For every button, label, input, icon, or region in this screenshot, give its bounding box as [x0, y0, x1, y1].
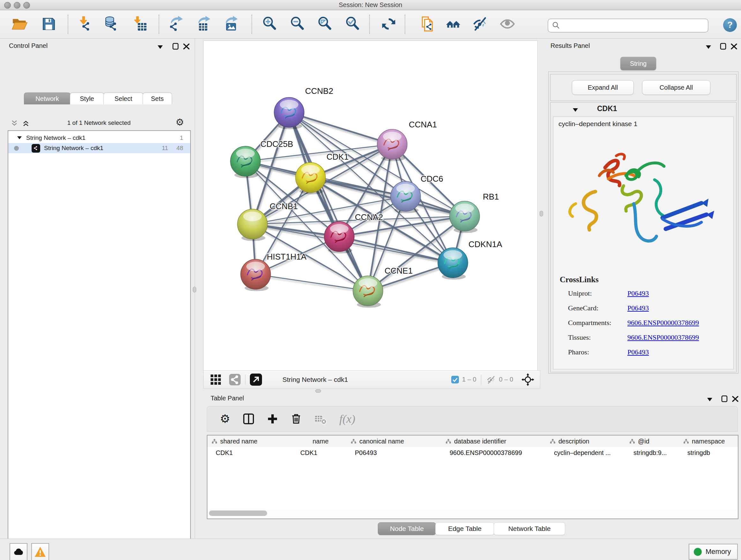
expand-all-button[interactable]: Expand All: [572, 80, 634, 95]
import-table-button[interactable]: [130, 15, 148, 34]
column-header-description[interactable]: description: [546, 435, 625, 447]
show-all-button[interactable]: [498, 15, 517, 34]
collapse-panel-icon[interactable]: [706, 45, 711, 49]
crosslink-tissues-link[interactable]: 9606.ENSP00000378699: [627, 333, 699, 341]
open-session-button[interactable]: [10, 15, 29, 34]
tab-network[interactable]: Network: [24, 92, 71, 105]
crosslink-compartments-link[interactable]: 9606.ENSP00000378699: [627, 319, 699, 327]
tab-network-table[interactable]: Network Table: [494, 522, 565, 535]
left-splitter-handle[interactable]: [193, 287, 196, 293]
network-collection-row[interactable]: String Network – cdk1 1: [8, 133, 190, 143]
network-overview-icon[interactable]: [229, 374, 241, 385]
cell-description[interactable]: cyclin–dependent ...: [546, 447, 625, 458]
node-CDC6[interactable]: CDC6: [391, 174, 443, 213]
node-RB1[interactable]: RB1: [450, 192, 499, 233]
add-column-icon[interactable]: [267, 414, 278, 424]
zoom-out-button[interactable]: [288, 15, 307, 34]
show-columns-icon[interactable]: [243, 413, 254, 425]
fit-content-crosshair-icon[interactable]: [522, 373, 534, 386]
node-CDKN1A[interactable]: CDKN1A: [438, 240, 502, 280]
node-CDC25B[interactable]: CDC25B: [230, 139, 293, 178]
edge-CCNB2-CCNE1[interactable]: [289, 112, 368, 291]
node-CCNE1[interactable]: CCNE1: [353, 266, 413, 308]
float-panel-icon[interactable]: [720, 43, 726, 50]
network-row-selected[interactable]: String Network – cdk1 11 48: [8, 143, 190, 153]
node-label-CCNE1: CCNE1: [385, 266, 413, 275]
export-table-icon: [195, 16, 211, 33]
hide-selected-button[interactable]: [471, 15, 489, 34]
table-settings-gear-icon[interactable]: ⚙: [220, 413, 230, 425]
column-header-@id[interactable]: @id: [625, 435, 679, 447]
collapse-protein-icon[interactable]: [573, 108, 578, 112]
column-header-canonical-name[interactable]: canonical name: [347, 435, 442, 447]
tab-string[interactable]: String: [620, 57, 656, 70]
open-in-window-icon[interactable]: [250, 374, 262, 386]
collapse-panel-icon[interactable]: [707, 398, 712, 401]
close-panel-icon[interactable]: [183, 43, 190, 50]
close-panel-icon[interactable]: [731, 43, 737, 50]
cloud-status-button[interactable]: [10, 543, 27, 560]
import-network-button[interactable]: [75, 15, 94, 34]
bottom-splitter-handle[interactable]: [315, 389, 321, 393]
import-network-icon: [77, 16, 92, 33]
memory-button[interactable]: Memory: [689, 544, 738, 560]
collapse-all-tree-icon[interactable]: [11, 120, 18, 126]
edge-CCNA2-CDKN1A[interactable]: [339, 237, 453, 263]
edge-CCNB2-CCNA1[interactable]: [289, 112, 392, 144]
collapse-panel-icon[interactable]: [158, 45, 163, 49]
scrollbar-thumb[interactable]: [209, 510, 267, 516]
column-header-namespace[interactable]: namespace: [679, 435, 738, 447]
tab-style[interactable]: Style: [70, 92, 104, 105]
save-session-button[interactable]: [40, 15, 58, 34]
network-options-gear-icon[interactable]: ⚙: [176, 118, 184, 127]
cell-name[interactable]: CDK1: [294, 447, 347, 458]
node-table[interactable]: shared nameCDK1nameCDK1canonical nameP06…: [207, 435, 738, 519]
search-text-field[interactable]: [563, 22, 708, 29]
open-location-button[interactable]: [444, 15, 462, 34]
search-input[interactable]: [548, 18, 709, 33]
node-CCNA1[interactable]: CCNA1: [377, 120, 437, 161]
column-header-shared-name[interactable]: shared name: [207, 435, 295, 447]
warnings-button[interactable]: [31, 543, 49, 560]
tab-sets[interactable]: Sets: [143, 92, 172, 105]
zoom-selected-button[interactable]: [343, 15, 362, 34]
right-splitter-handle[interactable]: [540, 211, 543, 216]
hide-selected-icon: [472, 16, 488, 33]
grid-view-icon[interactable]: [211, 374, 221, 385]
node-HIST1H1A[interactable]: HIST1H1A: [241, 252, 307, 291]
crosslink-uniprot-link[interactable]: P06493: [627, 289, 649, 298]
crosslink-pharos-link[interactable]: P06493: [627, 348, 649, 356]
tab-edge-table[interactable]: Edge Table: [435, 522, 494, 535]
tab-node-table[interactable]: Node Table: [378, 522, 436, 535]
column-header-database-identifier[interactable]: database identifier: [441, 435, 546, 447]
cell-@id[interactable]: stringdb:9...: [625, 447, 679, 458]
import-database-button[interactable]: [102, 15, 121, 34]
selected-checkbox-icon[interactable]: [451, 376, 459, 383]
delete-column-icon[interactable]: [291, 414, 301, 424]
refresh-button[interactable]: [380, 15, 398, 34]
zoom-in-button[interactable]: [260, 15, 279, 34]
close-panel-icon[interactable]: [732, 395, 738, 402]
expand-all-tree-icon[interactable]: [22, 120, 29, 126]
export-image-button[interactable]: [221, 15, 240, 34]
network-canvas[interactable]: CCNB2CCNA1CDC25BCDK1CDC6RB1CCNB1CCNA2CDK…: [203, 41, 538, 371]
cell-canonical-name[interactable]: P06493: [347, 447, 441, 458]
edge-HIST1H1A-CCNE1[interactable]: [256, 274, 368, 291]
string-network-graph[interactable]: CCNB2CCNA1CDC25BCDK1CDC6RB1CCNB1CCNA2CDK…: [204, 41, 537, 371]
column-header-name[interactable]: name: [294, 435, 347, 447]
cell-namespace[interactable]: stringdb: [679, 447, 738, 458]
tree-expand-icon[interactable]: [17, 136, 22, 139]
float-panel-icon[interactable]: [172, 43, 179, 50]
help-button[interactable]: ?: [723, 18, 737, 32]
collapse-all-button[interactable]: Collapse All: [642, 80, 711, 95]
zoom-fit-button[interactable]: [316, 15, 334, 34]
cell-database-identifier[interactable]: 9606.ENSP00000378699: [441, 447, 546, 458]
cell-shared-name[interactable]: CDK1: [207, 447, 294, 458]
export-network-button[interactable]: [166, 15, 185, 34]
table-horizontal-scrollbar[interactable]: [207, 509, 737, 517]
tab-select[interactable]: Select: [104, 92, 143, 105]
crosslink-genecard-link[interactable]: P06493: [627, 304, 649, 312]
float-panel-icon[interactable]: [721, 395, 728, 402]
new-network-from-selection-button[interactable]: [418, 15, 437, 34]
export-table-button[interactable]: [194, 15, 212, 34]
